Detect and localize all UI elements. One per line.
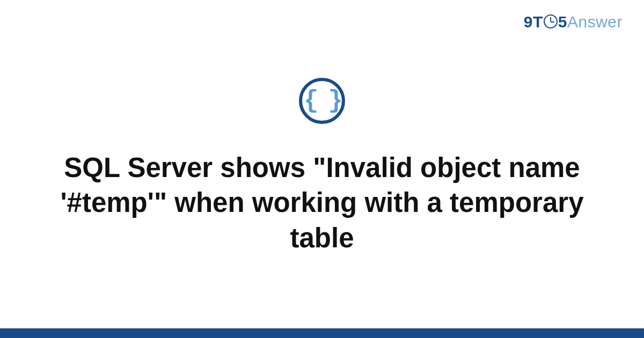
brand-logo: 9T5Answer bbox=[524, 13, 623, 31]
code-braces-icon: { } bbox=[299, 78, 345, 124]
brand-answer: Answer bbox=[567, 13, 623, 31]
bottom-accent-bar bbox=[0, 328, 644, 338]
brand-five: 5 bbox=[558, 13, 567, 31]
brand-nine: 9 bbox=[524, 13, 533, 31]
clock-icon bbox=[544, 14, 558, 28]
braces-glyph: { } bbox=[304, 89, 340, 113]
brand-t: T bbox=[533, 13, 543, 31]
page-title: SQL Server shows "Invalid object name '#… bbox=[43, 150, 601, 255]
